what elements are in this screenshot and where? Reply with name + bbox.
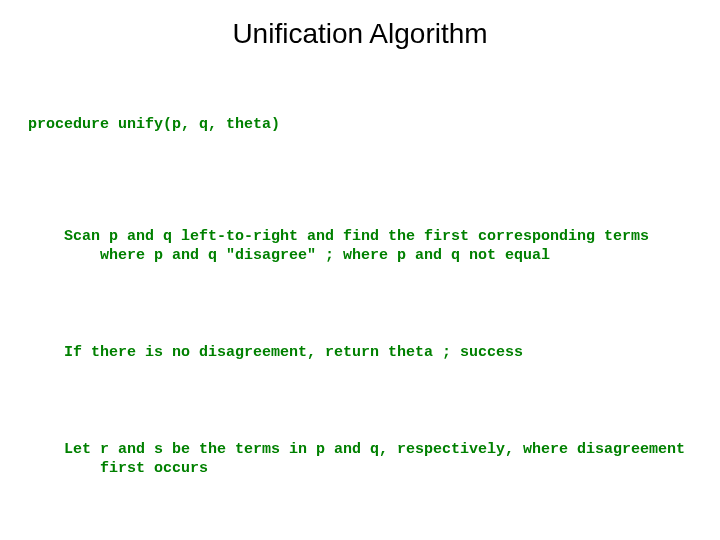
- slide-title: Unification Algorithm: [28, 18, 692, 50]
- algorithm-code: procedure unify(p, q, theta) Scan p and …: [28, 78, 692, 540]
- procedure-header: procedure unify(p, q, theta): [28, 116, 692, 135]
- step-scan: Scan p and q left-to-right and find the …: [64, 228, 692, 266]
- step-no-disagreement: If there is no disagreement, return thet…: [64, 344, 692, 363]
- slide: Unification Algorithm procedure unify(p,…: [0, 0, 720, 540]
- step-let-rs: Let r and s be the terms in p and q, res…: [64, 441, 692, 479]
- procedure-body: Scan p and q left-to-right and find the …: [64, 191, 692, 541]
